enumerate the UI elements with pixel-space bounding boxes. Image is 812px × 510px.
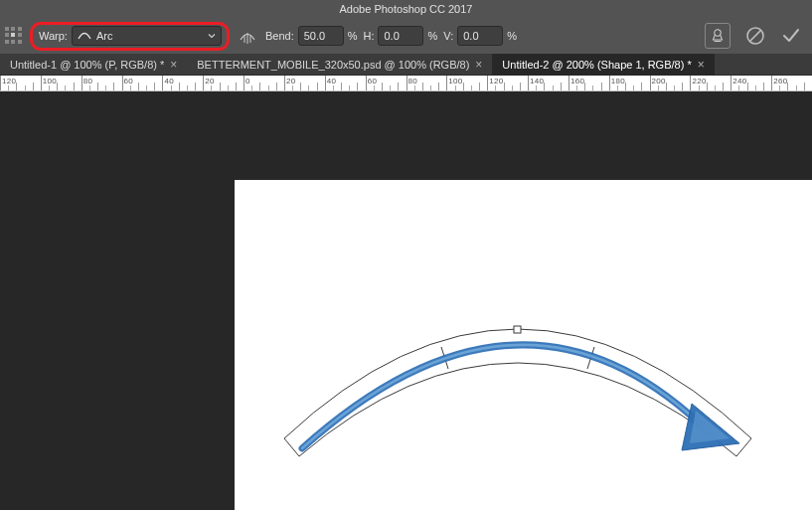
app-title: Adobe Photoshop CC 2017 (340, 3, 473, 15)
svg-rect-3 (514, 326, 521, 333)
warp-style-select[interactable]: Arc (72, 26, 222, 46)
warp-mesh-icon (710, 28, 726, 44)
checkmark-icon (781, 26, 801, 46)
cancel-icon (745, 26, 765, 46)
options-bar-right (705, 18, 802, 54)
document-tab-bar: Untitled-1 @ 100% (P, RGB/8) * × BETTERM… (0, 54, 812, 76)
bend-input[interactable] (298, 26, 344, 46)
warp-label: Warp: (39, 30, 68, 42)
orientation-icon (238, 26, 257, 46)
workspace (0, 91, 812, 510)
toggle-warp-mesh-button[interactable] (705, 23, 731, 49)
document-tab[interactable]: Untitled-1 @ 100% (P, RGB/8) * × (0, 54, 187, 76)
bend-unit: % (348, 30, 358, 42)
tab-label: Untitled-1 @ 100% (P, RGB/8) * (10, 59, 164, 71)
document-tab[interactable]: Untitled-2 @ 200% (Shape 1, RGB/8) * × (492, 54, 714, 76)
warp-style-value: Arc (96, 30, 203, 42)
cancel-transform-button[interactable] (744, 25, 766, 47)
warp-orientation-toggle[interactable] (236, 24, 259, 48)
app-title-bar: Adobe Photoshop CC 2017 (0, 0, 812, 18)
bend-label: Bend: (265, 30, 294, 42)
v-unit: % (507, 30, 517, 42)
commit-transform-button[interactable] (780, 25, 802, 47)
horizontal-ruler[interactable]: 1201008060402002040608010012014016018020… (0, 76, 812, 91)
h-input[interactable] (378, 26, 423, 46)
bend-field-group: Bend: % (265, 26, 358, 46)
tab-label: BETTERMENT_MOBILE_320x50.psd @ 100% (RGB… (197, 59, 469, 71)
v-field-group: V: % (443, 26, 517, 46)
warped-shape[interactable] (274, 309, 761, 463)
close-icon[interactable]: × (475, 59, 482, 71)
v-label: V: (443, 30, 453, 42)
warp-control-highlight: Warp: Arc (30, 22, 230, 51)
close-icon[interactable]: × (698, 59, 705, 71)
options-bar: Warp: Arc Bend: % H: % V: % (0, 18, 812, 54)
reference-point-picker[interactable] (4, 26, 24, 46)
arc-icon (78, 30, 91, 42)
svg-point-0 (715, 30, 721, 36)
close-icon[interactable]: × (170, 59, 177, 71)
h-field-group: H: % (363, 26, 437, 46)
svg-line-2 (750, 31, 761, 42)
h-unit: % (427, 30, 437, 42)
v-input[interactable] (457, 26, 503, 46)
document-canvas[interactable] (235, 180, 812, 510)
document-tab[interactable]: BETTERMENT_MOBILE_320x50.psd @ 100% (RGB… (187, 54, 492, 76)
chevron-down-icon (208, 32, 216, 40)
h-label: H: (363, 30, 374, 42)
tab-label: Untitled-2 @ 200% (Shape 1, RGB/8) * (502, 59, 691, 71)
